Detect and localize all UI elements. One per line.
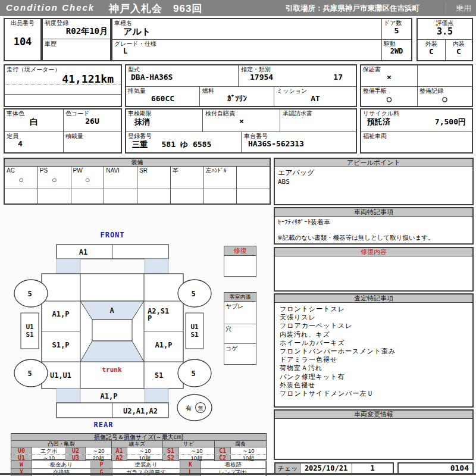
registration-number-cell: 登録番号 三重 581 ゆ 6585 (126, 132, 242, 152)
presence-yes-label: 有 (186, 405, 192, 412)
chassis-number-label: 車台番号 (242, 132, 356, 139)
car-damage-diagram: FRONT A1 A A1,P A2,S1 P S1,P A1,P U1,U1 … (0, 229, 220, 434)
equipment-cell-ps: PS○ (38, 167, 71, 189)
equipment-mark: ○ (38, 175, 71, 184)
sheet-bottom-edge (0, 473, 476, 475)
inspection-note-item: フロントシートスレ (280, 305, 472, 313)
pickup-location: 引取場所：兵庫県神戸市東灘区住吉浜町 (286, 4, 419, 14)
class-number-values: 17954 17 (239, 73, 356, 82)
vehicle-notes-line: ｾｰﾌﾃｨｻﾎﾟｰﾄ装着車 (275, 217, 472, 228)
appeal-line: ABS (278, 177, 469, 186)
legend-desc: ～10 (127, 447, 163, 454)
exterior-grade-label: 外装 (418, 40, 445, 47)
doors-value: 5 (382, 26, 411, 35)
legend-code: P (91, 461, 112, 468)
legend-desc: 塗装あり (112, 461, 180, 468)
registration-number: 581 ゆ 6585 (161, 140, 211, 149)
legend-desc: エクボ (32, 447, 66, 454)
equipment-table: 装備 AC○ PS○ PW○ NAVI SR 革 左ﾊﾝﾄﾞﾙ (4, 158, 271, 205)
fuel-label: 燃料 (201, 87, 274, 94)
recycle-fee-label: リサイクル料 (361, 109, 472, 117)
legend-desc: 交換跡 (32, 469, 91, 476)
score-value: 3.5 (418, 26, 472, 37)
mileage-box: 走行（現メーター） 41,121km (4, 64, 122, 107)
rear-left-tire-depth: 5 (27, 369, 32, 378)
cabin-lining-row-tear: ヤブレ (224, 302, 256, 324)
check-code-box: 0104 (397, 462, 474, 474)
mileage-value: 41,121km (5, 73, 121, 85)
color-code-cell: 色コード 26U (64, 109, 121, 131)
displacement-label: 排気量 (126, 87, 199, 94)
change-info-section: 車両変更情報 (274, 409, 474, 460)
inspection-note-item: 天張りスレ (280, 313, 472, 321)
auction-condition-sheet: Condition Check 神戸入札会 963回 引取場所：兵庫県神戸市東灘… (0, 0, 476, 476)
score-cell: 評価点 3.5 (418, 19, 472, 39)
model-name-cell: 車種名 アルト (112, 19, 381, 39)
equipment-cell-extra (237, 167, 270, 189)
recycle-status: 預託済 (367, 117, 390, 127)
legend-code: X (11, 469, 32, 476)
recycle-fee-values: 預託済 7,500円 (361, 117, 472, 127)
documents-box: 保証書 × 整備手帳 ○ 整備記録 ○ (360, 64, 473, 107)
check-count: 1 (352, 464, 393, 473)
color-capacity-box: 車体色 白 色コード 26U 定員 4 積載量 (4, 108, 122, 154)
right-rear-door-code: A1,P (155, 341, 173, 349)
marks-row-1: W 板金あり P 塗装あり K 看板跡 (11, 461, 266, 468)
equipment-label: AC (5, 167, 37, 174)
brand-title: Condition Check (6, 2, 95, 12)
left-mirror-code-1: U1 (26, 323, 34, 331)
mileage-label: 走行（現メーター） (5, 65, 121, 73)
grade-value: L (112, 47, 381, 55)
equipment-label: PS (38, 167, 71, 174)
doors-label: ドア数 (382, 19, 411, 26)
diagram-front-label: FRONT (100, 231, 124, 239)
class-number-value1: 17954 (250, 73, 273, 82)
legend-desc: ～20 (86, 447, 112, 454)
trunk-label: trunk (102, 366, 121, 374)
legend-desc: 板金あり (32, 461, 91, 468)
color-code-label: 色コード (64, 109, 121, 117)
score-box: 評価点 3.5 外装 C 内装 C (416, 18, 473, 61)
header-bar: Condition Check 神戸入札会 963回 引取場所：兵庫県神戸市東灘… (0, 0, 476, 16)
legend-code: G (91, 469, 112, 476)
legend-code: S1 (163, 447, 179, 454)
legend-code: K (180, 461, 201, 468)
legend-group-rust: サビ (163, 441, 215, 447)
equipment-label: NAVI (104, 167, 137, 174)
damage-legend-groups: 凸凹・亀裂 線キズ サビ 腐食 (11, 441, 266, 447)
right-taillight-shape (145, 389, 168, 403)
model-code-value: DBA-HA36S (126, 73, 238, 82)
left-quarter-code: U1,U1 (50, 371, 71, 380)
legend-desc: ～10 (179, 447, 215, 454)
appeal-points-title: アピールポイント (275, 159, 472, 167)
recycle-fee-cell: リサイクル料 預託済 7,500円 (361, 109, 472, 131)
left-mirror-code-2: S1 (26, 331, 34, 339)
first-registration-value: R02年10月 (43, 26, 110, 37)
registration-history-box: 初度登録 R02年10月 車歴 (42, 18, 111, 61)
model-code-label: 型式 (126, 65, 238, 73)
exterior-grade-value: C (418, 47, 445, 56)
legend-row-1: U0 エクボ U2 ～20 A1 ～10 S1 ～10 C1 ～10 (11, 447, 266, 454)
cabin-lining-title: 客室内張 (224, 293, 256, 302)
registration-number-label: 登録番号 (126, 132, 241, 139)
check-date: 2025/10/21 (300, 464, 352, 473)
legend-code: U2 (66, 447, 86, 454)
first-registration-cell: 初度登録 R02年10月 (43, 19, 110, 39)
vehicle-class: 乗用 (446, 3, 471, 14)
warranty-label: 保証書 (361, 65, 417, 73)
lot-number-value: 104 (5, 36, 40, 48)
windshield-code: A (109, 306, 114, 315)
exterior-grade-cell: 外装 C (418, 40, 445, 60)
approval-request-label: 承認請求書 (281, 109, 356, 117)
legend-group-scratch: 線キズ (112, 441, 163, 447)
class-number-label: 指定・類別 (239, 65, 356, 73)
model-box: 車種名 アルト ドア数 5 グレード・仕様 L 駆動 2WD (111, 18, 412, 61)
body-color-cell: 車体色 白 (5, 109, 63, 131)
right-quarter-code: S1 (155, 371, 163, 380)
left-rear-door-code: S1,P (52, 341, 70, 349)
displacement-value: 660CC (126, 94, 199, 103)
drive-label: 駆動 (382, 40, 411, 47)
rear-bumper-code: U2,A1,A2 (123, 407, 158, 415)
repair-content-section: 修復内容 (274, 247, 474, 292)
interior-grade-value: C (446, 47, 472, 56)
